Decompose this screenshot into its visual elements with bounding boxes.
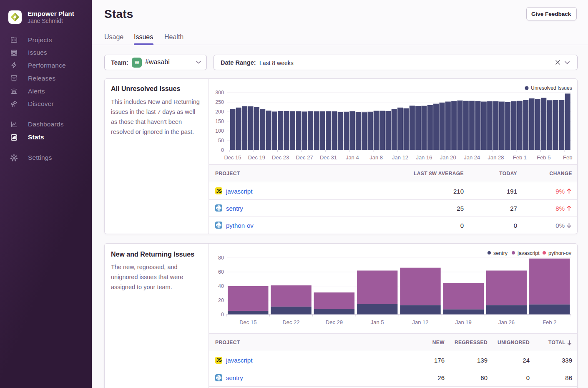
svg-text:Dec 22: Dec 22 bbox=[282, 319, 299, 325]
svg-text:Feb 5: Feb 5 bbox=[537, 154, 550, 161]
svg-text:150: 150 bbox=[215, 118, 224, 124]
svg-text:sentry: sentry bbox=[493, 250, 508, 256]
svg-text:250: 250 bbox=[215, 99, 224, 105]
svg-text:Jan 4: Jan 4 bbox=[346, 154, 359, 161]
svg-text:Dec 31: Dec 31 bbox=[320, 154, 337, 161]
svg-text:Dec 27: Dec 27 bbox=[296, 154, 313, 161]
svg-text:Dec 29: Dec 29 bbox=[326, 319, 343, 325]
svg-text:200: 200 bbox=[215, 109, 224, 115]
svg-text:100: 100 bbox=[215, 128, 224, 134]
svg-text:40: 40 bbox=[218, 283, 224, 289]
svg-text:60: 60 bbox=[218, 269, 224, 275]
svg-text:Jan 24: Jan 24 bbox=[464, 154, 480, 161]
svg-text:Jan 16: Jan 16 bbox=[416, 154, 432, 161]
svg-text:Jan 20: Jan 20 bbox=[440, 154, 456, 161]
svg-text:20: 20 bbox=[218, 297, 224, 303]
svg-text:300: 300 bbox=[215, 90, 224, 96]
svg-text:50: 50 bbox=[218, 138, 224, 144]
svg-text:Feb 1: Feb 1 bbox=[513, 154, 527, 161]
svg-text:0: 0 bbox=[221, 312, 224, 317]
svg-text:Jan 8: Jan 8 bbox=[369, 154, 383, 161]
svg-text:Dec 23: Dec 23 bbox=[272, 154, 289, 161]
svg-text:Jan 28: Jan 28 bbox=[487, 154, 504, 161]
svg-text:Jan 5: Jan 5 bbox=[371, 319, 384, 325]
svg-text:0: 0 bbox=[221, 147, 224, 153]
svg-text:Dec 15: Dec 15 bbox=[239, 319, 256, 325]
svg-text:javascript: javascript bbox=[517, 250, 540, 256]
svg-text:Jan 19: Jan 19 bbox=[455, 319, 472, 325]
svg-text:Jan 12: Jan 12 bbox=[412, 319, 428, 325]
svg-text:Feb 2: Feb 2 bbox=[543, 319, 556, 325]
svg-text:Dec 19: Dec 19 bbox=[248, 154, 265, 161]
svg-text:Jan 26: Jan 26 bbox=[498, 319, 515, 325]
svg-text:80: 80 bbox=[218, 255, 224, 261]
svg-text:Unresolved Issues: Unresolved Issues bbox=[531, 85, 572, 91]
svg-text:Dec 15: Dec 15 bbox=[224, 154, 241, 161]
svg-text:Feb: Feb bbox=[563, 154, 572, 161]
svg-text:python-ov: python-ov bbox=[548, 250, 572, 256]
svg-text:Jan 12: Jan 12 bbox=[392, 154, 408, 161]
